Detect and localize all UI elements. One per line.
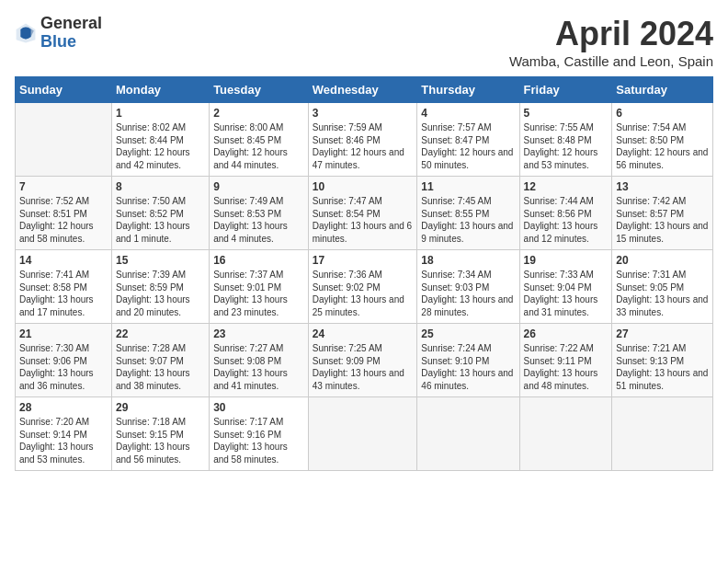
calendar-cell: 1 Sunrise: 8:02 AMSunset: 8:44 PMDayligh… xyxy=(111,103,209,177)
calendar-cell: 11 Sunrise: 7:45 AMSunset: 8:55 PMDaylig… xyxy=(417,177,519,250)
day-info: Sunrise: 7:17 AMSunset: 9:16 PMDaylight:… xyxy=(213,416,304,465)
day-number: 22 xyxy=(116,327,205,340)
day-number: 25 xyxy=(421,327,515,340)
calendar-cell: 3 Sunrise: 7:59 AMSunset: 8:46 PMDayligh… xyxy=(308,103,417,177)
day-info: Sunrise: 7:41 AMSunset: 8:58 PMDaylight:… xyxy=(19,269,108,318)
day-info: Sunrise: 7:54 AMSunset: 8:50 PMDaylight:… xyxy=(616,121,709,171)
calendar-cell: 8 Sunrise: 7:50 AMSunset: 8:52 PMDayligh… xyxy=(111,177,209,250)
calendar-cell: 28 Sunrise: 7:20 AMSunset: 9:14 PMDaylig… xyxy=(16,397,112,471)
header-thursday: Thursday xyxy=(417,77,519,103)
calendar-cell: 4 Sunrise: 7:57 AMSunset: 8:47 PMDayligh… xyxy=(417,103,519,177)
calendar-week-row: 21 Sunrise: 7:30 AMSunset: 9:06 PMDaylig… xyxy=(16,324,713,397)
calendar-cell: 16 Sunrise: 7:37 AMSunset: 9:01 PMDaylig… xyxy=(210,250,309,324)
day-number: 7 xyxy=(19,180,108,193)
calendar-table: SundayMondayTuesdayWednesdayThursdayFrid… xyxy=(15,76,713,471)
day-number: 23 xyxy=(213,327,304,340)
calendar-cell xyxy=(308,397,417,471)
day-info: Sunrise: 7:42 AMSunset: 8:57 PMDaylight:… xyxy=(616,195,709,245)
header-friday: Friday xyxy=(519,77,612,103)
day-info: Sunrise: 7:55 AMSunset: 8:48 PMDaylight:… xyxy=(524,121,609,171)
calendar-cell: 29 Sunrise: 7:18 AMSunset: 9:15 PMDaylig… xyxy=(111,397,209,471)
header-monday: Monday xyxy=(111,77,209,103)
day-number: 6 xyxy=(616,107,709,120)
calendar-week-row: 1 Sunrise: 8:02 AMSunset: 8:44 PMDayligh… xyxy=(16,103,713,177)
calendar-cell: 10 Sunrise: 7:47 AMSunset: 8:54 PMDaylig… xyxy=(308,177,417,250)
calendar-cell xyxy=(16,103,112,177)
calendar-cell: 25 Sunrise: 7:24 AMSunset: 9:10 PMDaylig… xyxy=(417,324,519,397)
day-number: 2 xyxy=(213,107,304,120)
day-number: 24 xyxy=(313,327,414,340)
calendar-cell: 26 Sunrise: 7:22 AMSunset: 9:11 PMDaylig… xyxy=(519,324,612,397)
day-info: Sunrise: 7:50 AMSunset: 8:52 PMDaylight:… xyxy=(116,195,205,245)
day-number: 9 xyxy=(213,180,304,193)
day-number: 15 xyxy=(116,254,205,267)
day-info: Sunrise: 8:00 AMSunset: 8:45 PMDaylight:… xyxy=(213,121,304,171)
day-info: Sunrise: 7:59 AMSunset: 8:46 PMDaylight:… xyxy=(313,121,414,171)
day-number: 18 xyxy=(421,254,515,267)
calendar-cell: 9 Sunrise: 7:49 AMSunset: 8:53 PMDayligh… xyxy=(210,177,309,250)
day-info: Sunrise: 7:18 AMSunset: 9:15 PMDaylight:… xyxy=(116,416,205,465)
day-info: Sunrise: 7:31 AMSunset: 9:05 PMDaylight:… xyxy=(616,269,709,318)
day-info: Sunrise: 7:22 AMSunset: 9:11 PMDaylight:… xyxy=(524,342,609,392)
calendar-cell: 14 Sunrise: 7:41 AMSunset: 8:58 PMDaylig… xyxy=(16,250,112,324)
calendar-cell: 24 Sunrise: 7:25 AMSunset: 9:09 PMDaylig… xyxy=(308,324,417,397)
day-info: Sunrise: 7:57 AMSunset: 8:47 PMDaylight:… xyxy=(421,121,515,171)
calendar-cell xyxy=(612,397,713,471)
logo-general: General xyxy=(40,15,102,33)
calendar-cell: 15 Sunrise: 7:39 AMSunset: 8:59 PMDaylig… xyxy=(111,250,209,324)
calendar-week-row: 28 Sunrise: 7:20 AMSunset: 9:14 PMDaylig… xyxy=(16,397,713,471)
calendar-cell: 5 Sunrise: 7:55 AMSunset: 8:48 PMDayligh… xyxy=(519,103,612,177)
calendar-cell: 2 Sunrise: 8:00 AMSunset: 8:45 PMDayligh… xyxy=(210,103,309,177)
day-number: 27 xyxy=(616,327,709,340)
calendar-cell xyxy=(519,397,612,471)
calendar-cell: 23 Sunrise: 7:27 AMSunset: 9:08 PMDaylig… xyxy=(210,324,309,397)
day-number: 11 xyxy=(421,180,515,193)
calendar-cell: 17 Sunrise: 7:36 AMSunset: 9:02 PMDaylig… xyxy=(308,250,417,324)
header-tuesday: Tuesday xyxy=(210,77,309,103)
day-info: Sunrise: 7:25 AMSunset: 9:09 PMDaylight:… xyxy=(313,342,414,392)
day-info: Sunrise: 7:39 AMSunset: 8:59 PMDaylight:… xyxy=(116,269,205,318)
day-number: 30 xyxy=(213,401,304,414)
day-number: 17 xyxy=(313,254,414,267)
calendar-cell: 21 Sunrise: 7:30 AMSunset: 9:06 PMDaylig… xyxy=(16,324,112,397)
day-number: 20 xyxy=(616,254,709,267)
day-number: 13 xyxy=(616,180,709,193)
logo-icon xyxy=(15,22,37,44)
month-title: April 2024 xyxy=(509,15,713,53)
day-number: 12 xyxy=(524,180,609,193)
day-info: Sunrise: 7:28 AMSunset: 9:07 PMDaylight:… xyxy=(116,342,205,392)
day-number: 19 xyxy=(524,254,609,267)
calendar-cell: 13 Sunrise: 7:42 AMSunset: 8:57 PMDaylig… xyxy=(612,177,713,250)
title-area: April 2024 Wamba, Castille and Leon, Spa… xyxy=(509,15,713,69)
day-info: Sunrise: 7:20 AMSunset: 9:14 PMDaylight:… xyxy=(19,416,108,465)
day-info: Sunrise: 8:02 AMSunset: 8:44 PMDaylight:… xyxy=(116,121,205,171)
calendar-cell: 19 Sunrise: 7:33 AMSunset: 9:04 PMDaylig… xyxy=(519,250,612,324)
day-info: Sunrise: 7:36 AMSunset: 9:02 PMDaylight:… xyxy=(313,269,414,318)
calendar-cell: 22 Sunrise: 7:28 AMSunset: 9:07 PMDaylig… xyxy=(111,324,209,397)
day-info: Sunrise: 7:30 AMSunset: 9:06 PMDaylight:… xyxy=(19,342,108,392)
day-info: Sunrise: 7:37 AMSunset: 9:01 PMDaylight:… xyxy=(213,269,304,318)
calendar-week-row: 7 Sunrise: 7:52 AMSunset: 8:51 PMDayligh… xyxy=(16,177,713,250)
day-info: Sunrise: 7:24 AMSunset: 9:10 PMDaylight:… xyxy=(421,342,515,392)
day-number: 28 xyxy=(19,401,108,414)
day-info: Sunrise: 7:34 AMSunset: 9:03 PMDaylight:… xyxy=(421,269,515,318)
calendar-cell xyxy=(417,397,519,471)
location-subtitle: Wamba, Castille and Leon, Spain xyxy=(509,53,713,69)
day-number: 10 xyxy=(313,180,414,193)
day-info: Sunrise: 7:49 AMSunset: 8:53 PMDaylight:… xyxy=(213,195,304,245)
day-info: Sunrise: 7:27 AMSunset: 9:08 PMDaylight:… xyxy=(213,342,304,392)
header-saturday: Saturday xyxy=(612,77,713,103)
calendar-header-row: SundayMondayTuesdayWednesdayThursdayFrid… xyxy=(16,77,713,103)
logo-text: General Blue xyxy=(40,15,102,52)
day-number: 29 xyxy=(116,401,205,414)
day-number: 8 xyxy=(116,180,205,193)
page-header: General Blue April 2024 Wamba, Castille … xyxy=(15,15,713,69)
calendar-cell: 30 Sunrise: 7:17 AMSunset: 9:16 PMDaylig… xyxy=(210,397,309,471)
calendar-cell: 6 Sunrise: 7:54 AMSunset: 8:50 PMDayligh… xyxy=(612,103,713,177)
day-number: 5 xyxy=(524,107,609,120)
header-wednesday: Wednesday xyxy=(308,77,417,103)
day-number: 16 xyxy=(213,254,304,267)
day-info: Sunrise: 7:47 AMSunset: 8:54 PMDaylight:… xyxy=(313,195,414,245)
calendar-cell: 27 Sunrise: 7:21 AMSunset: 9:13 PMDaylig… xyxy=(612,324,713,397)
calendar-week-row: 14 Sunrise: 7:41 AMSunset: 8:58 PMDaylig… xyxy=(16,250,713,324)
